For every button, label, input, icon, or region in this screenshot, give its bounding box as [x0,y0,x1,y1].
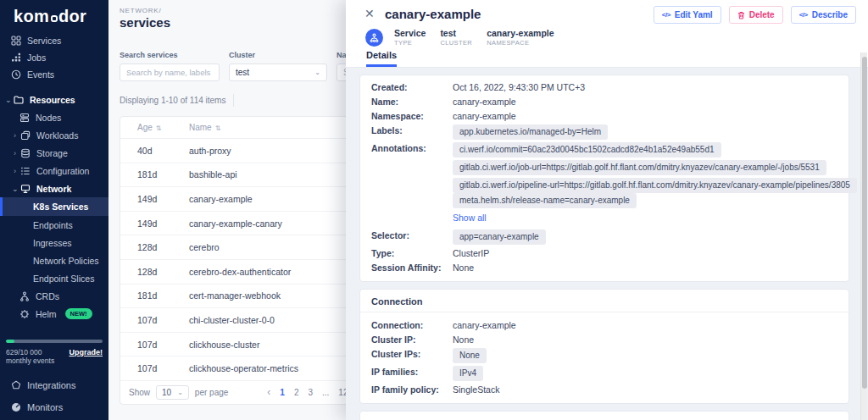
page-size-select[interactable]: 10⌄ [156,385,189,400]
page-number-1[interactable]: 1 [280,388,285,397]
sidebar-item-events[interactable]: Events [0,66,108,83]
sidebar-item-ingresses[interactable]: Ingresses [0,234,108,251]
usage-meter: 629/10 000 monthly events Upgrade! [0,340,108,365]
show-all-link[interactable]: Show all [453,212,487,224]
sidebar-item-workloads[interactable]: › Workloads [0,126,108,144]
service-resource-icon [365,29,383,47]
close-icon[interactable]: ✕ [364,7,375,20]
prev-page-icon[interactable]: ‹ [267,386,270,398]
sidebar-item-network[interactable]: ⌄ Network [0,180,108,197]
selector-chip: app=canary-example [453,229,546,245]
upgrade-link[interactable]: Upgrade! [69,348,103,356]
sort-icon[interactable]: ⇅ [215,124,221,132]
monitors-radar-icon [11,402,21,412]
ip-family-policy-label: IP family policy: [371,384,453,395]
annotation-chip: ci.werf.io/commit=60ac23d0045bc1502cadcd… [453,142,721,158]
sidebar-item-label: Endpoint Slices [33,274,94,284]
sidebar-item-services[interactable]: Services [0,32,108,49]
resource-drawer: ✕ canary-example </>Edit Yaml Delete </>… [346,0,868,420]
chevron-right-icon: › [12,149,18,158]
workloads-layers-icon [20,130,31,141]
sidebar-item-label: Workloads [36,130,78,141]
sidebar-item-label: Services [27,36,61,46]
scrollbar-thumb[interactable] [862,57,867,389]
connection-label: Connection: [371,319,453,331]
page-number-2[interactable]: 2 [294,388,299,397]
sidebar-item-label: Nodes [36,113,61,123]
label-chip: app.kubernetes.io/managed-by=Helm [453,124,608,140]
trash-icon [737,11,745,19]
session-affinity-value: None [453,262,474,274]
sidebar-item-configuration[interactable]: › Configuration [0,162,108,180]
usage-progress-bar [6,340,103,343]
search-input[interactable] [120,64,220,81]
sidebar-item-jobs[interactable]: Jobs [0,49,108,66]
name-value: canary-example [453,96,516,108]
tab-details[interactable]: Details [366,50,397,67]
chevron-down-icon: ⌄ [12,185,18,193]
describe-button[interactable]: </>Describe [791,6,856,24]
sidebar-item-k8s-services[interactable]: K8s Services [0,197,108,216]
logo-text-pre: kom [14,7,49,25]
cluster-ips-label: Cluster IPs: [371,348,453,360]
new-badge: NEW! [65,308,92,319]
sidebar-item-storage[interactable]: › Storage [0,144,108,162]
events-clock-icon [11,69,21,80]
labels-label: Labels: [371,124,453,136]
selector-label: Selector: [371,229,453,241]
jobs-dots-icon [11,52,21,63]
details-card: Created:Oct 16, 2022, 9:43:30 PM UTC+3 N… [359,75,849,282]
cluster-ips-chip: None [453,348,487,363]
cluster-filter: Cluster test ⌄ [229,51,327,81]
column-header-age[interactable]: Age⇅ [120,123,189,132]
cluster-select[interactable]: test ⌄ [229,64,327,81]
ip-families-label: IP families: [371,366,453,378]
namespace-label: Namespace: [371,110,453,122]
annotations-label: Annotations: [371,142,453,154]
name-label: Name: [371,96,453,108]
cluster-ip-value: None [453,334,474,345]
sidebar-item-network-policies[interactable]: Network Policies [0,251,108,269]
drawer-scrollbar[interactable] [860,52,867,420]
sidebar-item-helm[interactable]: Helm NEW! [0,305,108,323]
sidebar-item-endpoint-slices[interactable]: Endpoint Slices [0,269,108,287]
sidebar-item-nodes[interactable]: Nodes [0,108,108,126]
delete-button[interactable]: Delete [729,6,783,24]
breadcrumb: NETWORK/ [120,7,162,14]
network-monitor-icon [20,184,31,194]
sidebar-item-label: Configuration [36,166,89,176]
ip-family-policy-value: SingleStack [453,384,499,395]
sidebar-item-label: CRDs [36,291,59,301]
resources-folder-icon [14,95,24,105]
displaying-count: Displaying 1-10 of 114 items [120,96,225,105]
namespace-value: canary-example [453,110,516,122]
page-number-3[interactable]: 3 [308,388,313,397]
sidebar-item-label: Integrations [27,380,75,390]
app-logo[interactable]: komdor [0,0,108,32]
created-value: Oct 16, 2022, 9:43:30 PM UTC+3 [453,81,585,93]
sort-icon[interactable]: ⇅ [156,124,162,132]
logo-text-post: dor [58,7,86,25]
meta-namespace: canary-example NAMESPACE [487,28,554,47]
annotation-chip: gitlab.ci.werf.io/pipeline-url=https://g… [453,178,857,193]
sidebar-item-label: Network Policies [33,256,99,266]
sidebar-item-resources[interactable]: ⌄ Resources [0,91,108,108]
edit-yaml-button[interactable]: </>Edit Yaml [654,6,721,24]
sidebar-item-integrations[interactable]: Integrations [0,374,108,396]
sidebar-item-endpoints[interactable]: Endpoints [0,216,108,234]
cluster-ip-label: Cluster IP: [371,334,453,345]
logo-square-o-icon [51,15,58,22]
sidebar-item-crds[interactable]: CRDs [0,287,108,305]
sidebar-item-monitors[interactable]: Monitors [0,396,108,418]
sidebar-item-label: K8s Services [33,202,88,212]
sidebar-item-label: Storage [36,148,68,158]
show-label: Show [129,388,150,397]
helm-wheel-icon [19,309,30,319]
page-ellipsis: ... [322,388,329,397]
meta-cluster: test CLUSTER [440,28,472,47]
annotation-chip: meta.helm.sh/release-name=canary-example [453,193,637,208]
sidebar-item-label: Ingresses [33,238,72,248]
ports-card-title: Ports [360,412,849,420]
integrations-shield-icon [11,380,21,390]
connection-card: Connection Connection:canary-example Clu… [359,289,849,404]
